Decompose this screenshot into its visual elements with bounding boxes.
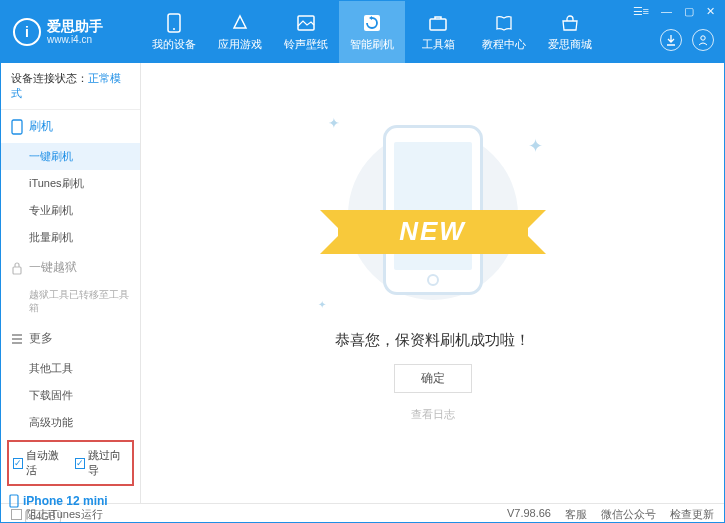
- nav-label: 我的设备: [152, 37, 196, 52]
- logo-zone: i 爱思助手 www.i4.cn: [1, 18, 141, 46]
- footer-link-update[interactable]: 检查更新: [670, 507, 714, 522]
- user-icon[interactable]: [692, 29, 714, 51]
- sparkle-icon: ✦: [328, 115, 340, 131]
- menu-icon[interactable]: ☰≡: [630, 5, 652, 18]
- jailbreak-note: 越狱工具已转移至工具箱: [1, 284, 140, 322]
- checkbox-label: 跳过向导: [88, 448, 128, 478]
- nav-label: 智能刷机: [350, 37, 394, 52]
- wallpaper-icon: [296, 13, 316, 33]
- sidebar-item-advanced[interactable]: 高级功能: [1, 409, 140, 436]
- check-icon: ✓: [13, 458, 23, 469]
- footer-link-wechat[interactable]: 微信公众号: [601, 507, 656, 522]
- view-log-link[interactable]: 查看日志: [411, 407, 455, 422]
- connection-status: 设备连接状态：正常模式: [1, 63, 140, 110]
- svg-rect-7: [13, 267, 21, 274]
- phone-outline-icon: [11, 119, 23, 135]
- section-label: 一键越狱: [29, 259, 77, 276]
- unchecked-box-icon: [11, 509, 22, 520]
- list-icon: [11, 333, 23, 345]
- nav-my-device[interactable]: 我的设备: [141, 1, 207, 63]
- toolbox-icon: [428, 13, 448, 33]
- success-illustration: ✦ ✦ ✦ NEW: [368, 125, 498, 305]
- svg-point-1: [173, 28, 175, 30]
- sidebar-item-download-firmware[interactable]: 下载固件: [1, 382, 140, 409]
- nav-store[interactable]: 爱思商城: [537, 1, 603, 63]
- checkbox-label: 阻止iTunes运行: [26, 507, 103, 522]
- nav-apps[interactable]: 应用游戏: [207, 1, 273, 63]
- sidebar-item-pro-flash[interactable]: 专业刷机: [1, 197, 140, 224]
- sidebar: 设备连接状态：正常模式 刷机 一键刷机 iTunes刷机 专业刷机 批量刷机 一…: [1, 63, 141, 503]
- checkbox-block-itunes[interactable]: 阻止iTunes运行: [11, 507, 103, 522]
- sparkle-icon: ✦: [528, 135, 543, 157]
- sidebar-item-oneclick-flash[interactable]: 一键刷机: [1, 143, 140, 170]
- footer-link-support[interactable]: 客服: [565, 507, 587, 522]
- checkbox-highlight-box: ✓ 自动激活 ✓ 跳过向导: [7, 440, 134, 486]
- new-ribbon: NEW: [338, 210, 528, 254]
- checkbox-skip-guide[interactable]: ✓ 跳过向导: [75, 448, 129, 478]
- version-text: V7.98.66: [507, 507, 551, 522]
- status-label: 设备连接状态：: [11, 72, 88, 84]
- sidebar-item-other-tools[interactable]: 其他工具: [1, 355, 140, 382]
- check-icon: ✓: [75, 458, 85, 469]
- nav-label: 应用游戏: [218, 37, 262, 52]
- logo-icon: i: [13, 18, 41, 46]
- main-body: 设备连接状态：正常模式 刷机 一键刷机 iTunes刷机 专业刷机 批量刷机 一…: [1, 63, 724, 503]
- svg-rect-4: [430, 19, 446, 30]
- nav-flash[interactable]: 智能刷机: [339, 1, 405, 63]
- ok-button[interactable]: 确定: [394, 364, 472, 393]
- section-label: 刷机: [29, 118, 53, 135]
- nav-ringtones[interactable]: 铃声壁纸: [273, 1, 339, 63]
- sidebar-item-batch-flash[interactable]: 批量刷机: [1, 224, 140, 251]
- refresh-icon: [362, 13, 382, 33]
- lock-icon: [11, 261, 23, 275]
- nav-label: 爱思商城: [548, 37, 592, 52]
- top-nav: 我的设备 应用游戏 铃声壁纸 智能刷机 工具箱 教程中心 爱思商城: [141, 1, 603, 63]
- header-right-icons: [660, 29, 714, 51]
- nav-label: 铃声壁纸: [284, 37, 328, 52]
- minimize-icon[interactable]: —: [658, 5, 675, 18]
- nav-toolbox[interactable]: 工具箱: [405, 1, 471, 63]
- close-icon[interactable]: ✕: [703, 5, 718, 18]
- phone-icon: [164, 13, 184, 33]
- apps-icon: [230, 13, 250, 33]
- book-icon: [494, 13, 514, 33]
- sidebar-more-header[interactable]: 更多: [0, 322, 140, 355]
- sidebar-flash-header[interactable]: 刷机: [0, 110, 140, 143]
- sidebar-jailbreak-header[interactable]: 一键越狱: [0, 251, 140, 284]
- maximize-icon[interactable]: ▢: [681, 5, 697, 18]
- window-controls: ☰≡ — ▢ ✕: [630, 5, 718, 18]
- nav-label: 教程中心: [482, 37, 526, 52]
- checkbox-label: 自动激活: [26, 448, 66, 478]
- sidebar-item-itunes-flash[interactable]: iTunes刷机: [1, 170, 140, 197]
- download-icon[interactable]: [660, 29, 682, 51]
- svg-rect-6: [12, 120, 22, 134]
- nav-label: 工具箱: [422, 37, 455, 52]
- store-icon: [560, 13, 580, 33]
- app-url: www.i4.cn: [47, 34, 103, 45]
- nav-tutorials[interactable]: 教程中心: [471, 1, 537, 63]
- app-header: i 爱思助手 www.i4.cn 我的设备 应用游戏 铃声壁纸 智能刷机 工具箱: [1, 1, 724, 63]
- svg-rect-8: [10, 495, 18, 507]
- content-pane: ✦ ✦ ✦ NEW 恭喜您，保资料刷机成功啦！ 确定 查看日志: [141, 63, 724, 503]
- checkbox-auto-activate[interactable]: ✓ 自动激活: [13, 448, 67, 478]
- app-title: 爱思助手: [47, 19, 103, 34]
- success-message: 恭喜您，保资料刷机成功啦！: [335, 331, 530, 350]
- section-label: 更多: [29, 330, 53, 347]
- svg-point-5: [701, 36, 705, 40]
- sparkle-icon: ✦: [318, 299, 326, 310]
